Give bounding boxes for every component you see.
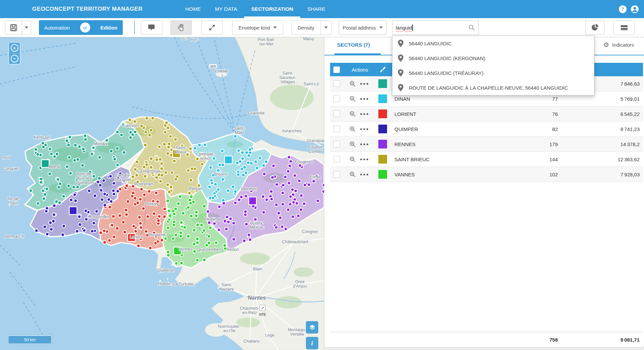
envelope-kind-label: Envelope kind [238,25,270,31]
map-svg: JER↗NTEGCIPort-MaisyPort-Bail-sur-MerSt … [0,37,324,350]
map-city-label: Nantes [248,295,266,301]
map-canvas[interactable]: JER↗NTEGCIPort-MaisyPort-Bail-sur-MerSt … [0,37,324,350]
zoom-to-sector-icon[interactable] [350,156,356,163]
map-city-label: Questembert [197,247,222,252]
comment-button[interactable] [141,20,162,35]
row-more-actions[interactable]: ●●● [360,142,369,146]
zoom-out-button[interactable]: − [9,53,20,64]
save-options-caret[interactable] [22,20,31,35]
map-pin-icon [398,54,404,62]
search-type-dropdown[interactable]: Postal address [339,20,386,35]
row-checkbox[interactable] [333,171,340,178]
map-toolbar: Automation or Edition Envelope kind [0,18,644,37]
map-city-label: Ploërmel [204,217,221,222]
tab-sectors[interactable]: SECTORS (7) [337,42,370,48]
address-search-input[interactable]: languid [392,20,479,35]
map-city-label: Quiberon [157,268,174,273]
help-icon[interactable]: ? [619,5,627,13]
nav-item-home[interactable]: HOME [178,0,208,18]
zoom-to-sector-icon[interactable] [350,126,356,132]
row-more-actions[interactable]: ●●● [360,81,369,86]
sector-count: 102 [522,172,561,177]
layers-button[interactable] [306,321,318,334]
sector-color-swatch [378,155,387,164]
zoom-to-sector-icon[interactable] [350,96,356,102]
map-city-label: Morlaix [94,141,108,146]
map-city-label: Île-de-Sein [8,196,20,206]
row-checkbox[interactable] [333,141,340,147]
row-checkbox[interactable] [333,126,340,132]
map-city-label: Chaumes-en-Retz [240,306,259,315]
nav-item-sectorization[interactable]: SECTORIZATION [244,0,300,18]
indicators-button[interactable]: ⚙ Indicators [603,42,634,48]
zoom-to-sector-icon[interactable] [350,81,356,87]
sector-center-marker-quimper[interactable] [69,207,77,215]
pie-chart-icon [591,24,599,31]
suggestion-item-2[interactable]: 56440 LANGUIDIC (KERGONAN) [392,51,594,65]
nav-item-share[interactable]: SHARE [300,0,332,18]
comment-icon [148,24,155,31]
row-more-actions[interactable]: ●●● [360,96,369,101]
total-area: 9 081,71 [561,337,643,343]
row-more-actions[interactable]: ●●● [360,172,369,177]
map-city-label: Brest [49,164,60,169]
map-city-label: Vannes [178,247,192,252]
density-label: Density [298,25,314,31]
zoom-to-sector-icon[interactable] [350,141,356,147]
map-city-label: Pontivy [145,202,159,206]
info-button[interactable]: i [306,337,318,349]
airport-code-label: NTE [259,313,266,316]
paintbrush-icon[interactable] [379,66,386,73]
fullscreen-button[interactable] [201,20,223,35]
automation-edition-toggle[interactable]: Automation or Edition [39,20,123,35]
suggestion-item-1[interactable]: 56440 LANGUIDIC [392,36,594,51]
row-more-actions[interactable]: ●●● [360,127,369,131]
map-zoom-control: + − [8,42,21,65]
pan-hand-button[interactable] [170,20,192,35]
save-icon[interactable] [5,24,22,31]
map-city-label: GCI [181,37,187,40]
envelope-kind-dropdown[interactable]: Envelope kind [232,20,283,35]
indicators-label: Indicators [612,42,634,48]
sector-area: 5 769,01 [561,96,643,102]
row-checkbox[interactable] [333,95,340,102]
sector-area: 6 545,22 [561,111,643,117]
nav-item-my-data[interactable]: MY DATA [208,0,244,18]
select-all-checkbox[interactable] [333,67,340,73]
row-more-actions[interactable]: ●●● [360,112,369,116]
chart-view-button[interactable] [585,20,604,35]
suggestion-item-3[interactable]: 56440 LANGUIDIC (TRÉAURAY) [392,65,594,80]
table-row-saint-brieuc: ●●●SAINT BRIEUC14412 363,62 [330,152,643,167]
map-city-label: Ernée [310,175,321,179]
map-pin-icon [398,84,404,91]
zoom-in-button[interactable]: + [9,43,20,53]
list-view-button[interactable] [613,20,635,35]
row-checkbox[interactable] [333,111,340,117]
sector-area: 14 378,2 [561,141,643,147]
zoom-to-sector-icon[interactable] [350,171,356,178]
sector-area: 12 363,62 [561,157,643,162]
user-account-icon[interactable] [631,5,639,13]
column-actions: Actions [345,67,374,73]
zoom-to-sector-icon[interactable] [350,111,356,117]
map-city-label: Fougères [295,160,313,164]
row-checkbox[interactable] [333,156,340,163]
map-city-label: Avranches [282,129,302,133]
address-suggestions-dropdown: 56440 LANGUIDIC56440 LANGUIDIC (KERGONAN… [392,36,594,95]
toggle-or-knob: or [80,23,90,33]
row-more-actions[interactable]: ●●● [360,157,369,162]
toggle-automation-label: Automation [44,25,70,31]
suggestion-item-4[interactable]: ROUTE DE LANGUIDIC À LA CHAPELLE-NEUVE, … [392,80,594,95]
suggestion-text: 56440 LANGUIDIC [409,41,452,46]
save-split-button[interactable] [5,20,31,35]
sector-center-marker-brest[interactable] [42,160,49,168]
map-city-label: Pluvigner [148,232,166,237]
density-caret[interactable] [320,20,331,35]
row-checkbox[interactable] [333,80,340,87]
toolbar-separator [134,21,135,34]
density-split-dropdown[interactable]: Density [291,20,332,35]
map-scale-bar: 50 km [7,335,52,345]
sector-count: 77 [522,96,561,102]
sector-center-marker-rennes[interactable] [249,197,257,205]
sector-center-marker-dinan[interactable] [225,156,232,164]
